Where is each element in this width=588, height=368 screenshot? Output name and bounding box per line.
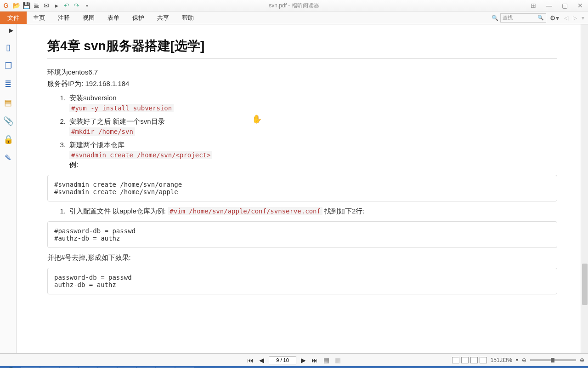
view-facing-cont-icon[interactable] (480, 357, 487, 363)
conf-block-2: password-db = passwd authz-db = authz (47, 268, 557, 294)
step-2-code: #mkdir /home/svn (69, 127, 135, 136)
nav-back-icon[interactable]: ◁ (563, 15, 570, 21)
comment-icon[interactable]: ▤ (3, 97, 14, 108)
window-controls: ⊞ — ▢ ✕ (528, 1, 586, 10)
first-page-icon[interactable]: ⏮ (246, 356, 254, 364)
maximize-icon[interactable]: ▢ (559, 1, 570, 10)
search-placeholder: 查找 (503, 14, 513, 21)
window-title: svn.pdf - 福昕阅读器 (269, 2, 319, 10)
step-2: 2. 安装好了之后 新建一个svn目录 (56, 117, 557, 126)
copy-icon[interactable]: ❐ (3, 60, 14, 71)
conf-block-1: #password-db = passwd #authz-db = authz (47, 221, 557, 248)
nav-more-icon[interactable]: ▾ (580, 15, 586, 21)
menubar-right: 🔍 查找 🔍 ⚙▾ ◁ ▷ ▾ (492, 12, 586, 24)
view-continuous-icon[interactable] (461, 357, 469, 363)
view-mode-icons (452, 357, 487, 363)
toolstrip-expand-icon[interactable]: ▶ (9, 27, 13, 34)
zoom-dropdown-icon[interactable]: ▾ (516, 357, 518, 362)
minimize-icon[interactable]: — (543, 1, 554, 10)
find-icon[interactable]: 🔍 (492, 15, 498, 21)
security-icon[interactable]: 🔒 (3, 134, 14, 145)
example-label: 例: (69, 161, 557, 169)
step-3: 3. 新建两个版本仓库 (56, 141, 557, 150)
remove-hash-text: 并把#号去掉,形成如下效果: (47, 253, 557, 262)
zoom-out-icon[interactable]: ⊖ (522, 357, 526, 363)
step-4-suffix: 找到如下2行: (322, 207, 365, 215)
last-page-icon[interactable]: ⏭ (311, 356, 319, 364)
menu-share[interactable]: 共享 (151, 12, 175, 24)
step-text: 新建两个版本仓库 (69, 141, 124, 150)
view-facing-icon[interactable] (470, 357, 478, 363)
step-1: 1. 安装subversion (56, 94, 557, 103)
menubar: 文件 主页 注释 视图 表单 保护 共享 帮助 🔍 查找 🔍 ⚙▾ ◁ ▷ ▾ (0, 12, 588, 24)
step-3-code: #svnadmin create /home/svn/<project> (69, 151, 212, 159)
document-viewport[interactable]: 第4章 svn服务器搭建[选学] 环境为centos6.7 服务器IP为: 19… (17, 24, 588, 353)
taskbar: 🌐 ▣ ▦ G 📁 ☁ ▦ ▣ ▤ CH ▦ ▲ ⚑ ◆ ☁ 🛡 ▤ 🖧 🔊 1… (0, 366, 588, 368)
ribbon-toggle-icon[interactable]: ⊞ (528, 1, 539, 10)
example-code-block: #svnadmin create /home/svn/orange #svnad… (47, 175, 557, 201)
statusbar: ⏮ ◀ ▶ ⏭ ▦ ▦ 151.83% ▾ ⊖ ⊕ (0, 353, 588, 366)
status-right: 151.83% ▾ ⊖ ⊕ (452, 357, 584, 363)
env-text: 环境为centos6.7 (47, 68, 557, 77)
open-icon[interactable]: 📂 (11, 1, 21, 10)
new-page-icon[interactable]: ▯ (3, 42, 14, 53)
close-icon[interactable]: ✕ (575, 1, 586, 10)
menu-home[interactable]: 主页 (27, 12, 51, 24)
redo-icon[interactable]: ↷ (72, 1, 81, 10)
bookmark-nav-icon[interactable]: ▦ (322, 356, 330, 364)
signature-icon[interactable]: ✎ (3, 152, 14, 163)
step-num: 1. (56, 94, 66, 103)
settings-icon[interactable]: ⚙▾ (548, 14, 561, 22)
step-4: 1. 引入配置文件 以apple仓库为例: #vim /home/svn/app… (56, 207, 557, 216)
zoom-slider[interactable] (530, 359, 576, 361)
bookmark-nav2-icon[interactable]: ▦ (334, 356, 342, 364)
step-num: 2. (56, 117, 66, 126)
qat-more-icon[interactable]: ▾ (82, 1, 91, 10)
left-toolstrip: ▶ ▯ ❐ ≣ ▤ 📎 🔒 ✎ (0, 24, 17, 353)
step-4-code: #vim /home/svn/apple/conf/svnserve.conf (168, 207, 322, 215)
save-icon[interactable]: 💾 (22, 1, 31, 10)
titlebar: G 📂 💾 🖶 ✉ ▸ ↶ ↷ ▾ svn.pdf - 福昕阅读器 ⊞ — ▢ … (0, 0, 588, 12)
chapter-heading: 第4章 svn服务器搭建[选学] (47, 37, 557, 59)
step-text: 安装好了之后 新建一个svn目录 (69, 117, 165, 126)
email-icon[interactable]: ✉ (42, 1, 51, 10)
menu-protect[interactable]: 保护 (126, 12, 151, 24)
scrollbar-thumb[interactable] (582, 264, 588, 305)
menu-view[interactable]: 视图 (76, 12, 101, 24)
ip-text: 服务器IP为: 192.168.1.184 (47, 80, 557, 88)
app-logo-icon: G (1, 1, 11, 10)
step-num: 1. (56, 207, 66, 216)
menu-form[interactable]: 表单 (101, 12, 126, 24)
search-input[interactable]: 查找 🔍 (500, 13, 546, 23)
view-single-icon[interactable] (452, 357, 459, 363)
menu-comment[interactable]: 注释 (51, 12, 76, 24)
main-area: ▶ ▯ ❐ ≣ ▤ 📎 🔒 ✎ 第4章 svn服务器搭建[选学] 环境为cent… (0, 24, 588, 353)
undo-icon[interactable]: ↶ (62, 1, 71, 10)
step-num: 3. (56, 141, 66, 150)
zoom-value: 151.83% (491, 357, 512, 363)
file-tab[interactable]: 文件 (0, 12, 27, 24)
zoom-in-icon[interactable]: ⊕ (580, 357, 584, 363)
page-input[interactable] (269, 356, 296, 364)
page-icon[interactable]: ▸ (52, 1, 61, 10)
search-go-icon[interactable]: 🔍 (537, 15, 544, 21)
step-4-prefix: 引入配置文件 以apple仓库为例: (69, 207, 168, 215)
zoom-slider-thumb[interactable] (551, 358, 554, 362)
attachment-icon[interactable]: 📎 (3, 115, 14, 126)
page-nav: ⏮ ◀ ▶ ⏭ ▦ ▦ (246, 356, 342, 364)
bookmark-icon[interactable]: ≣ (3, 79, 14, 90)
next-page-icon[interactable]: ▶ (300, 356, 307, 364)
vertical-scrollbar[interactable] (581, 24, 588, 353)
quick-access-toolbar: G 📂 💾 🖶 ✉ ▸ ↶ ↷ ▾ (0, 1, 91, 10)
print-icon[interactable]: 🖶 (32, 1, 41, 10)
document-page: 第4章 svn服务器搭建[选学] 环境为centos6.7 服务器IP为: 19… (47, 24, 557, 353)
menu-help[interactable]: 帮助 (175, 12, 200, 24)
nav-fwd-icon[interactable]: ▷ (571, 15, 578, 21)
prev-page-icon[interactable]: ◀ (258, 356, 265, 364)
step-1-code: #yum -y install subversion (69, 104, 174, 112)
step-text: 安装subversion (69, 94, 117, 103)
